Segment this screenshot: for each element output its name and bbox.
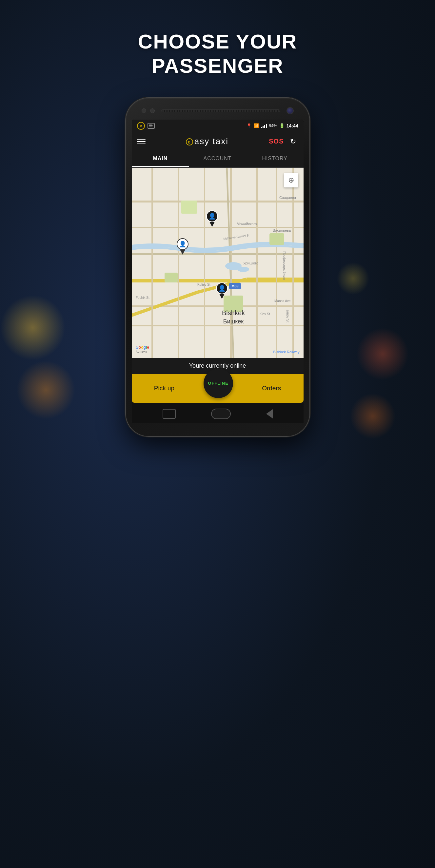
phone-dot-1 bbox=[142, 108, 146, 113]
online-status-text: Youre currently online bbox=[189, 363, 246, 369]
phone-camera bbox=[287, 107, 294, 114]
svg-rect-8 bbox=[132, 325, 303, 327]
svg-rect-24 bbox=[181, 200, 197, 214]
svg-rect-5 bbox=[132, 253, 303, 255]
svg-text:Можайского: Можайского bbox=[237, 222, 257, 226]
svg-rect-17 bbox=[276, 168, 277, 358]
svg-rect-14 bbox=[204, 168, 205, 358]
status-left: e bbox=[137, 122, 155, 130]
media-icon bbox=[147, 123, 155, 129]
phone-top-bar bbox=[132, 107, 303, 120]
svg-text:Kuliev St: Kuliev St bbox=[197, 283, 210, 286]
svg-rect-3 bbox=[132, 200, 303, 203]
sos-button[interactable]: SOS bbox=[269, 137, 284, 145]
hamburger-line-3 bbox=[137, 144, 146, 144]
back-button[interactable] bbox=[266, 409, 273, 418]
svg-rect-12 bbox=[151, 168, 153, 358]
status-bar: e 📍 📶 bbox=[132, 120, 303, 132]
pickup-button[interactable]: Pick up bbox=[154, 385, 174, 392]
svg-text:Васильева: Васильева bbox=[273, 228, 291, 232]
page-title: CHOOSE YOUR PASSENGER bbox=[138, 30, 297, 78]
svg-text:M39: M39 bbox=[231, 284, 238, 288]
menu-button[interactable] bbox=[137, 139, 146, 144]
gps-button[interactable]: ⊕ bbox=[284, 173, 298, 187]
hamburger-line-1 bbox=[137, 139, 146, 140]
nav-tabs: MAIN ACCOUNT HISTORY bbox=[132, 151, 303, 168]
logo-e-icon: e bbox=[186, 138, 193, 146]
status-right: 📍 📶 84% 🔋 14:44 bbox=[246, 123, 298, 128]
svg-marker-1 bbox=[152, 125, 153, 127]
offline-button-label: OFFLINE bbox=[208, 381, 229, 386]
gps-target-icon: ⊕ bbox=[288, 176, 294, 184]
svg-text:Bishkek: Bishkek bbox=[222, 309, 245, 316]
home-button[interactable] bbox=[211, 409, 231, 419]
svg-text:Бишкек: Бишкек bbox=[223, 318, 243, 325]
app-notification-icon: e bbox=[137, 122, 145, 130]
svg-rect-25 bbox=[269, 233, 284, 245]
signal-icon bbox=[261, 124, 267, 128]
phone-speaker bbox=[161, 110, 280, 112]
svg-text:Саадаева: Саадаева bbox=[279, 196, 296, 199]
battery-icon: 🔋 bbox=[279, 123, 285, 128]
action-bar: Pick up OFFLINE Orders bbox=[132, 374, 303, 403]
svg-text:Isanov St: Isanov St bbox=[286, 309, 289, 322]
svg-marker-46 bbox=[180, 250, 185, 255]
wifi-icon: 📶 bbox=[254, 123, 259, 128]
passenger-marker-3[interactable]: 👤 bbox=[215, 282, 229, 299]
map-area: Саадаева Можайского Васильева Урицкого П… bbox=[132, 168, 303, 358]
tab-history[interactable]: HISTORY bbox=[246, 151, 303, 167]
hamburger-line-2 bbox=[137, 141, 146, 142]
svg-text:👤: 👤 bbox=[218, 285, 226, 292]
map-region-label: Бишкек bbox=[136, 350, 149, 354]
svg-text:👤: 👤 bbox=[179, 241, 186, 248]
refresh-icon: ↻ bbox=[290, 137, 296, 146]
map-svg: Саадаева Можайского Васильева Урицкого П… bbox=[132, 168, 303, 358]
app-header: easy taxi SOS ↻ bbox=[132, 132, 303, 151]
offline-toggle-button[interactable]: OFFLINE bbox=[204, 369, 233, 398]
svg-rect-0 bbox=[149, 125, 152, 126]
phone-screen: e 📍 📶 bbox=[132, 120, 303, 403]
tab-main[interactable]: MAIN bbox=[132, 151, 189, 167]
battery-percentage: 84% bbox=[269, 123, 277, 128]
phone-bottom-nav bbox=[132, 403, 303, 423]
svg-rect-23 bbox=[165, 273, 178, 282]
svg-text:Урицкого: Урицкого bbox=[243, 261, 258, 265]
svg-text:👤: 👤 bbox=[208, 213, 216, 220]
svg-marker-43 bbox=[209, 222, 215, 227]
app-logo: easy taxi bbox=[186, 136, 229, 147]
passenger-marker-1[interactable]: 👤 bbox=[206, 210, 219, 227]
svg-rect-2 bbox=[132, 168, 303, 358]
svg-point-21 bbox=[237, 267, 249, 272]
refresh-button[interactable]: ↻ bbox=[288, 136, 298, 147]
recent-apps-button[interactable] bbox=[163, 409, 176, 419]
location-icon: 📍 bbox=[246, 123, 252, 128]
tab-account[interactable]: ACCOUNT bbox=[189, 151, 246, 167]
svg-text:Kiev St: Kiev St bbox=[260, 312, 270, 316]
google-watermark: Google Бишкек bbox=[136, 345, 149, 354]
status-time: 14:44 bbox=[287, 123, 298, 128]
svg-marker-49 bbox=[219, 294, 225, 299]
svg-text:Manas Ave: Manas Ave bbox=[274, 299, 291, 303]
orders-button[interactable]: Orders bbox=[262, 385, 281, 392]
svg-rect-13 bbox=[178, 168, 179, 358]
svg-text:Профессора Зимы: Профессора Зимы bbox=[282, 251, 286, 280]
passenger-marker-2[interactable]: 👤 bbox=[176, 238, 189, 255]
phone-dot-2 bbox=[150, 108, 155, 113]
phone-frame: e 📍 📶 bbox=[126, 98, 310, 436]
map-credit: Bishkek Railway bbox=[273, 350, 299, 354]
svg-text:Fuchik St: Fuchik St bbox=[136, 296, 149, 300]
